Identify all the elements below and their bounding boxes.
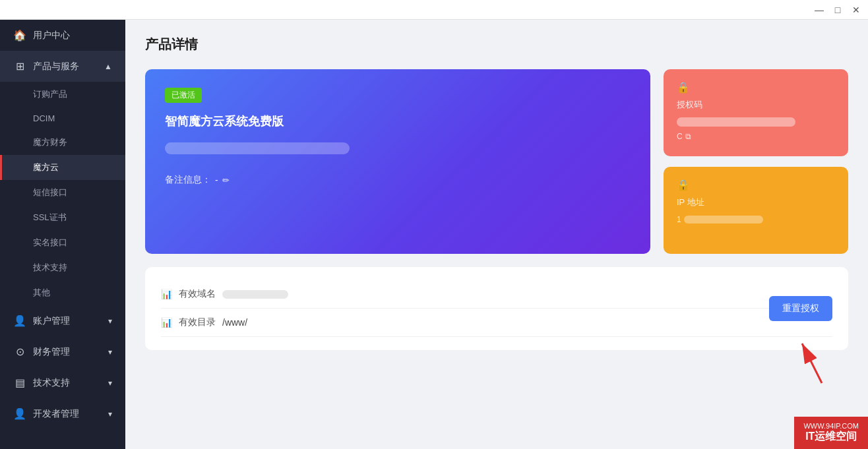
expand-arrow-tech-icon: ▾ — [108, 378, 112, 388]
user-icon: 👤 — [13, 314, 26, 327]
ip-card-label: IP 地址 — [677, 196, 835, 208]
sidebar-item-account-mgmt[interactable]: 👤 账户管理 ▾ — [0, 305, 125, 336]
page-title: 产品详情 — [145, 36, 848, 53]
copy-icon[interactable]: ⧉ — [685, 132, 691, 141]
grid-icon: ⊞ — [13, 60, 26, 73]
directory-label: 有效目录 — [179, 316, 216, 328]
sidebar-item-developer-mgmt[interactable]: 👤 开发者管理 ▾ — [0, 398, 125, 429]
sidebar-item-tech-support-main[interactable]: ▤ 技术支持 ▾ — [0, 367, 125, 398]
reset-auth-button[interactable]: 重置授权 — [769, 296, 832, 321]
sidebar-item-products-services[interactable]: ⊞ 产品与服务 ▲ — [0, 51, 125, 82]
product-card: 已激活 智简魔方云系统免费版 备注信息： - ✏ — [145, 69, 650, 254]
titlebar: — □ ✕ — [0, 0, 868, 20]
cards-row: 已激活 智简魔方云系统免费版 备注信息： - ✏ 🔒 授权码 C — [145, 69, 848, 254]
expand-arrow-account-icon: ▾ — [108, 316, 112, 326]
sidebar-sub-item-real-name[interactable]: 实名接口 — [0, 230, 125, 255]
document-icon: ▤ — [13, 376, 26, 389]
product-name: 智简魔方云系统免费版 — [165, 113, 631, 129]
sidebar-sub-item-mofang-finance[interactable]: 魔方财务 — [0, 130, 125, 155]
copy-prefix: C — [677, 132, 683, 141]
app-body: 🏠 用户中心 ⊞ 产品与服务 ▲ 订购产品 DCIM 魔方财务 魔方云 短信接口… — [0, 20, 868, 449]
ip-value-blur — [684, 216, 763, 224]
domain-row: 📊 有效域名 — [161, 280, 832, 309]
domain-label: 有效域名 — [179, 288, 216, 300]
ip-address-card: 🔒 IP 地址 1 — [664, 167, 848, 254]
auth-card-sub: C ⧉ — [677, 132, 835, 141]
domain-value-blur — [222, 290, 288, 299]
status-badge: 已激活 — [165, 88, 202, 103]
info-panel: 📊 有效域名 📊 有效目录 /www/ 重置授权 — [145, 267, 848, 350]
minimize-btn[interactable]: — — [814, 5, 824, 15]
watermark: WWW.94IP.COM IT运维空间 — [794, 417, 868, 449]
bar-chart-icon-2: 📊 — [161, 317, 172, 328]
watermark-url: WWW.94IP.COM — [803, 422, 859, 430]
shield-icon-ip: 🔒 — [677, 179, 835, 191]
auth-card-label: 授权码 — [677, 99, 835, 111]
sidebar-sub-item-ssl[interactable]: SSL证书 — [0, 205, 125, 230]
close-btn[interactable]: ✕ — [851, 5, 861, 15]
sidebar: 🏠 用户中心 ⊞ 产品与服务 ▲ 订购产品 DCIM 魔方财务 魔方云 短信接口… — [0, 20, 125, 449]
sidebar-item-finance-mgmt[interactable]: ⊙ 财务管理 ▾ — [0, 336, 125, 367]
shield-icon-auth: 🔒 — [677, 81, 835, 94]
product-info-blur — [165, 142, 350, 154]
home-icon: 🏠 — [13, 29, 26, 42]
sidebar-sub-item-dcim[interactable]: DCIM — [0, 107, 125, 130]
sidebar-sub-item-tech-support[interactable]: 技术支持 — [0, 255, 125, 280]
sidebar-sub-item-mofang-cloud[interactable]: 魔方云 — [0, 155, 125, 180]
expand-arrow-dev-icon: ▾ — [108, 409, 112, 419]
ip-prefix: 1 — [677, 215, 681, 224]
expand-arrow-icon: ▲ — [104, 62, 112, 71]
auth-code-value-blur — [677, 117, 795, 127]
main-content: 产品详情 已激活 智简魔方云系统免费版 备注信息： - ✏ 🔒 授权码 — [125, 20, 868, 449]
auth-code-card: 🔒 授权码 C ⧉ — [664, 69, 848, 156]
ip-card-sub: 1 — [677, 215, 835, 224]
sidebar-sub-item-other[interactable]: 其他 — [0, 280, 125, 305]
sidebar-sub-item-sms[interactable]: 短信接口 — [0, 180, 125, 205]
right-cards: 🔒 授权码 C ⧉ 🔒 IP 地址 1 — [664, 69, 848, 254]
sidebar-item-user-center[interactable]: 🏠 用户中心 — [0, 20, 125, 51]
edit-icon[interactable]: ✏ — [222, 175, 230, 185]
product-remark: 备注信息： - ✏ — [165, 174, 631, 186]
bar-chart-icon: 📊 — [161, 289, 172, 299]
watermark-text: IT运维空间 — [803, 430, 859, 444]
directory-value: /www/ — [222, 317, 247, 328]
sidebar-sub-item-order-product[interactable]: 订购产品 — [0, 82, 125, 107]
remark-value: - — [215, 175, 218, 185]
directory-row: 📊 有效目录 /www/ — [161, 309, 832, 337]
finance-icon: ⊙ — [13, 345, 26, 358]
maximize-btn[interactable]: □ — [832, 5, 843, 15]
expand-arrow-finance-icon: ▾ — [108, 347, 112, 357]
developer-icon: 👤 — [13, 407, 26, 420]
remark-label: 备注信息： — [165, 174, 211, 186]
